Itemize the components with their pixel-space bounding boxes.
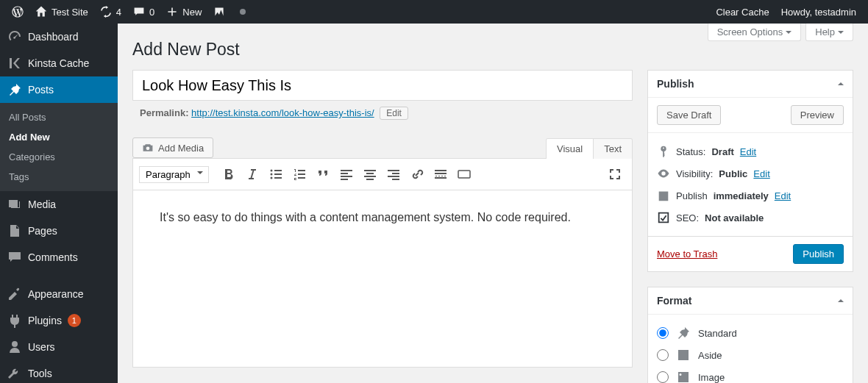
toggle-panel-icon[interactable] [838, 79, 844, 85]
key-icon [657, 145, 670, 158]
align-left-icon [339, 167, 354, 182]
menu-appearance[interactable]: Appearance [0, 281, 118, 307]
format-box: Format Standard Aside Image [647, 287, 853, 383]
schedule-row: Publish immediately Edit [657, 185, 844, 207]
menu-label: Users [28, 341, 55, 353]
submenu-all-posts[interactable]: All Posts [0, 107, 118, 127]
italic-button[interactable] [241, 163, 263, 185]
schedule-label: Publish [676, 190, 708, 201]
menu-users[interactable]: Users [0, 334, 118, 360]
camera-icon [142, 142, 154, 154]
text-tab[interactable]: Text [593, 139, 632, 159]
menu-posts[interactable]: Posts [0, 76, 118, 103]
screen-options-tab[interactable]: Screen Options [708, 24, 802, 41]
menu-comments[interactable]: Comments [0, 244, 118, 271]
menu-dashboard[interactable]: Dashboard [0, 24, 118, 50]
editor-tabs: Visual Text [546, 138, 633, 159]
menu-label: Comments [28, 251, 78, 263]
menu-label: Media [28, 198, 56, 210]
publish-box-header: Publish [648, 71, 853, 98]
fullscreen-button[interactable] [604, 163, 626, 185]
menu-label: Dashboard [28, 31, 79, 43]
status-value: Draft [711, 146, 733, 157]
format-select-wrap: Paragraph [139, 166, 209, 183]
bold-button[interactable] [218, 163, 240, 185]
comments-link[interactable]: 0 [127, 0, 160, 24]
list-ol-icon [292, 167, 307, 182]
format-radio[interactable] [657, 349, 669, 361]
format-label: Standard [698, 328, 737, 339]
seo-link[interactable] [207, 0, 231, 24]
menu-label: Pages [28, 225, 57, 237]
svg-point-0 [240, 9, 246, 15]
link-button[interactable] [406, 163, 428, 185]
visual-tab[interactable]: Visual [547, 139, 593, 159]
submenu-tags[interactable]: Tags [0, 167, 118, 187]
read-more-button[interactable] [430, 163, 452, 185]
new-label: New [182, 7, 202, 18]
preview-button[interactable]: Preview [791, 105, 844, 125]
menu-tools[interactable]: Tools [0, 360, 118, 383]
menu-pages[interactable]: Pages [0, 218, 118, 244]
align-left-button[interactable] [335, 163, 357, 185]
editor-content[interactable]: It's so easy to do things with a content… [133, 190, 632, 367]
format-standard[interactable]: Standard [657, 322, 844, 344]
update-icon [100, 6, 112, 18]
my-account-link[interactable]: Howdy, testadmin [775, 0, 862, 24]
appearance-icon [7, 287, 22, 301]
new-content-link[interactable]: New [160, 0, 207, 24]
menu-kinsta-cache[interactable]: Kinsta Cache [0, 50, 118, 76]
bullet-list-button[interactable] [265, 163, 287, 185]
posts-submenu: All Posts Add New Categories Tags [0, 103, 118, 191]
move-to-trash-link[interactable]: Move to Trash [657, 248, 717, 259]
menu-media[interactable]: Media [0, 191, 118, 218]
format-radio[interactable] [657, 327, 669, 339]
align-right-button[interactable] [383, 163, 405, 185]
edit-visibility-link[interactable]: Edit [753, 168, 769, 179]
svg-point-3 [271, 177, 273, 179]
permalink-label: Permalink: [140, 107, 188, 118]
dashboard-icon [7, 29, 22, 44]
status-dot-link[interactable] [231, 0, 255, 24]
blockquote-button[interactable] [312, 163, 334, 185]
submenu-add-new[interactable]: Add New [0, 127, 118, 147]
submenu-categories[interactable]: Categories [0, 147, 118, 167]
post-title-input[interactable] [132, 70, 633, 101]
updates-link[interactable]: 4 [94, 0, 127, 24]
permalink-url[interactable]: http://test.kinsta.com/look-how-easy-thi… [191, 107, 374, 118]
edit-status-link[interactable]: Edit [740, 146, 756, 157]
quote-icon [316, 167, 330, 182]
svg-point-2 [271, 173, 273, 176]
format-aside[interactable]: Aside [657, 344, 844, 366]
save-draft-button[interactable]: Save Draft [657, 105, 721, 125]
publish-button[interactable]: Publish [793, 244, 844, 264]
updates-count: 4 [116, 7, 121, 18]
edit-schedule-link[interactable]: Edit [775, 190, 791, 201]
format-box-header: Format [648, 287, 853, 315]
publish-box: Publish Save Draft Preview Status: Draft… [647, 70, 853, 272]
media-icon [7, 197, 22, 212]
format-image[interactable]: Image [657, 366, 844, 383]
add-media-button[interactable]: Add Media [132, 137, 213, 158]
tools-icon [7, 366, 22, 381]
format-label: Image [698, 372, 725, 383]
keyboard-icon [457, 167, 472, 182]
format-radio[interactable] [657, 371, 669, 383]
menu-plugins[interactable]: Plugins1 [0, 307, 118, 334]
admin-menu: Dashboard Kinsta Cache Posts All Posts A… [0, 24, 118, 383]
image-icon [676, 370, 691, 383]
site-name-link[interactable]: Test Site [29, 0, 94, 24]
paragraph-select[interactable]: Paragraph [139, 166, 209, 183]
wp-logo[interactable] [6, 0, 29, 24]
seo-row: SEO: Not available [657, 207, 844, 229]
help-tab[interactable]: Help [805, 24, 853, 41]
align-center-button[interactable] [359, 163, 381, 185]
number-list-button[interactable] [288, 163, 310, 185]
bold-icon [221, 167, 236, 182]
toolbar-toggle-button[interactable] [453, 163, 475, 185]
permalink-edit-button[interactable]: Edit [380, 107, 408, 120]
toggle-panel-icon[interactable] [838, 296, 844, 302]
home-icon [35, 6, 47, 18]
clear-cache-link[interactable]: Clear Cache [710, 0, 775, 24]
format-heading: Format [657, 295, 691, 307]
